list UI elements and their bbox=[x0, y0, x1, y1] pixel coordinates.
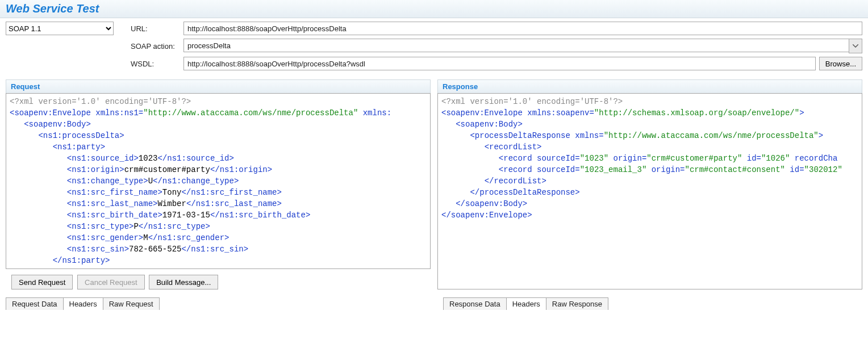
url-input[interactable] bbox=[183, 22, 862, 35]
tab-raw-request[interactable]: Raw Request bbox=[103, 297, 160, 310]
response-pane-title: Response bbox=[437, 79, 862, 93]
request-pane: Request <?xml version='1.0' encoding='UT… bbox=[6, 79, 431, 295]
title-bar: Web Service Test bbox=[0, 0, 868, 18]
response-xml-viewer[interactable]: <?xml version='1.0' encoding='UTF-8'?> <… bbox=[437, 93, 862, 289]
request-tabs: Request Data Headers Raw Request bbox=[6, 297, 425, 310]
soap-action-dropdown-button[interactable] bbox=[849, 39, 862, 53]
response-pane: Response <?xml version='1.0' encoding='U… bbox=[437, 79, 862, 295]
tab-request-data[interactable]: Request Data bbox=[6, 297, 64, 310]
cancel-request-button: Cancel Request bbox=[77, 275, 145, 289]
response-tabs: Response Data Headers Raw Response bbox=[443, 297, 862, 310]
tab-response-data[interactable]: Response Data bbox=[443, 297, 507, 310]
protocol-select[interactable]: SOAP 1.1 bbox=[6, 22, 114, 35]
row-wsdl: WSDL: Browse... bbox=[6, 57, 862, 70]
wsdl-label: WSDL: bbox=[131, 60, 183, 68]
request-xml-editor[interactable]: <?xml version='1.0' encoding='UTF-8'?> <… bbox=[6, 93, 431, 269]
build-message-button[interactable]: Build Message... bbox=[149, 275, 218, 289]
page-title: Web Service Test bbox=[6, 2, 862, 15]
request-buttons: Send Request Cancel Request Build Messag… bbox=[11, 275, 425, 289]
wsdl-input[interactable] bbox=[183, 57, 816, 70]
chevron-down-icon bbox=[853, 44, 858, 48]
row-url: SOAP 1.1 URL: bbox=[6, 22, 862, 35]
soap-action-label: SOAP action: bbox=[131, 42, 183, 51]
tab-response-headers[interactable]: Headers bbox=[506, 297, 546, 310]
tab-raw-response[interactable]: Raw Response bbox=[546, 297, 608, 310]
soap-action-input[interactable] bbox=[183, 39, 849, 52]
response-xml-content: <?xml version='1.0' encoding='UTF-8'?> <… bbox=[438, 94, 862, 223]
request-xml-content[interactable]: <?xml version='1.0' encoding='UTF-8'?> <… bbox=[6, 94, 430, 268]
row-soap-action: SOAP action: bbox=[6, 39, 862, 53]
browse-button[interactable]: Browse... bbox=[819, 57, 862, 70]
request-pane-title: Request bbox=[6, 79, 431, 93]
soap-action-combo bbox=[183, 39, 862, 53]
url-label: URL: bbox=[131, 24, 183, 33]
send-request-button[interactable]: Send Request bbox=[11, 275, 73, 289]
tab-request-headers[interactable]: Headers bbox=[63, 297, 103, 310]
